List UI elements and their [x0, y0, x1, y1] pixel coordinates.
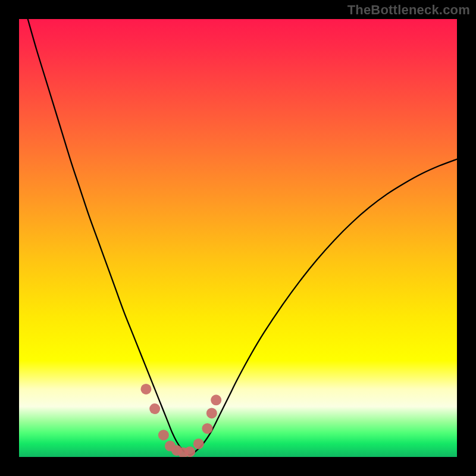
chart-frame: TheBottleneck.com — [0, 0, 476, 476]
curve-layer — [19, 19, 457, 457]
bottleneck-curve — [28, 19, 457, 455]
sample-points — [140, 384, 221, 457]
sample-point — [211, 394, 221, 405]
sample-point — [184, 446, 195, 457]
sample-point — [202, 423, 212, 434]
sample-point — [206, 408, 217, 418]
plot-area — [19, 19, 457, 457]
sample-point — [158, 430, 169, 440]
sample-point — [193, 439, 204, 449]
sample-point — [149, 403, 160, 414]
sample-point — [140, 384, 151, 394]
watermark-text: TheBottleneck.com — [347, 2, 470, 18]
